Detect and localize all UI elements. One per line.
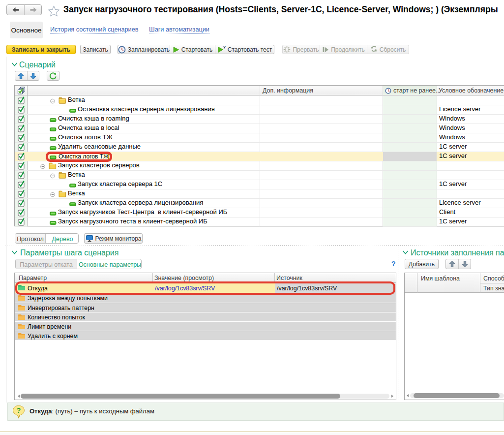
svg-text:?: ? <box>223 46 226 50</box>
svg-text:?: ? <box>17 406 21 414</box>
